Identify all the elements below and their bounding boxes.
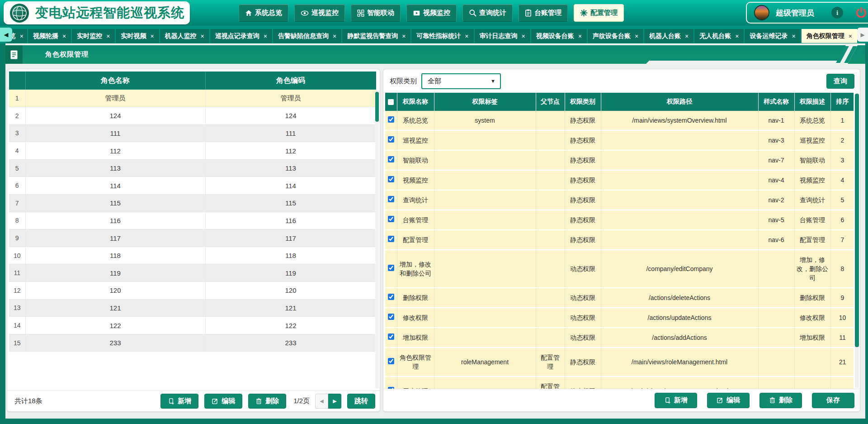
avatar[interactable] <box>754 5 769 20</box>
tab-3[interactable]: 实时监控× <box>72 29 115 43</box>
close-icon[interactable]: × <box>792 33 795 40</box>
close-icon[interactable]: × <box>62 33 66 40</box>
permissions-column-header[interactable]: 父节点 <box>536 93 565 111</box>
tab-4[interactable]: 实时视频× <box>116 29 159 43</box>
permission-edit-button[interactable]: 编辑 <box>707 393 750 408</box>
row-checkbox[interactable] <box>388 136 394 143</box>
tab-14[interactable]: 无人机台账× <box>694 29 744 43</box>
row-checkbox[interactable] <box>388 216 394 222</box>
prev-page-icon[interactable]: ◀ <box>315 394 328 409</box>
role-row-11[interactable]: 11119119 <box>9 264 376 282</box>
jump-page-button[interactable]: 跳转 <box>347 394 375 409</box>
role-row-6[interactable]: 6114114 <box>9 177 376 195</box>
permissions-scrollbar-thumb[interactable] <box>855 94 859 347</box>
permission-delete-button[interactable]: 删除 <box>760 393 802 408</box>
power-icon[interactable] <box>855 6 868 19</box>
permission-row-3[interactable]: 智能联动静态权限nav-7智能联动3 <box>385 150 854 170</box>
nav-button-2[interactable]: 巡视监控 <box>294 4 345 22</box>
permission-row-6[interactable]: 台账管理静态权限nav-5台账管理6 <box>385 210 854 230</box>
close-icon[interactable]: × <box>106 33 110 40</box>
tab-13[interactable]: 机器人台账× <box>644 29 693 43</box>
tab-15[interactable]: 设备运维记录× <box>745 29 800 43</box>
tab-6[interactable]: 巡视点记录查询× <box>210 29 272 43</box>
tab-5[interactable]: 机器人监控× <box>160 29 209 43</box>
role-row-7[interactable]: 7115115 <box>9 195 376 212</box>
permissions-column-header[interactable]: 权限描述 <box>794 93 830 111</box>
roles-column-header[interactable]: 角色名称 <box>25 71 205 90</box>
row-checkbox[interactable] <box>388 196 394 202</box>
role-row-2[interactable]: 2124124 <box>9 107 376 125</box>
roles-column-header[interactable]: 角色编码 <box>205 71 376 90</box>
nav-button-7[interactable]: 配置管理 <box>574 4 624 22</box>
info-icon[interactable]: i <box>831 7 843 19</box>
select-all-checkbox[interactable] <box>385 93 397 111</box>
permission-add-button[interactable]: 新增 <box>655 393 697 408</box>
close-icon[interactable]: × <box>264 33 267 40</box>
permission-row-22[interactable]: 用户管理userManagement配置管理静态权限/main/views/us… <box>385 376 854 389</box>
role-row-15[interactable]: 15233233 <box>9 334 376 352</box>
close-icon[interactable]: × <box>849 33 852 40</box>
nav-button-4[interactable]: 视频监控 <box>406 4 457 22</box>
role-row-10[interactable]: 10118118 <box>9 247 376 264</box>
close-icon[interactable]: × <box>578 33 582 40</box>
row-checkbox[interactable] <box>388 358 394 364</box>
permission-row-7[interactable]: 配置管理静态权限nav-6配置管理7 <box>385 230 854 250</box>
tab-12[interactable]: 声纹设备台账× <box>588 29 643 43</box>
row-checkbox[interactable] <box>388 176 394 182</box>
permission-row-2[interactable]: 巡视监控静态权限nav-3巡视监控2 <box>385 130 854 150</box>
role-row-9[interactable]: 9117117 <box>9 229 376 247</box>
tab-8[interactable]: 静默监视告警查询× <box>342 29 410 43</box>
permissions-column-header[interactable]: 权限名称 <box>397 93 434 111</box>
permissions-column-header[interactable]: 权限路径 <box>601 93 758 111</box>
row-checkbox[interactable] <box>388 236 394 242</box>
roles-scrollbar-thumb[interactable] <box>375 92 379 122</box>
permission-row-8[interactable]: 增加，修改和删除公司动态权限/company/editCompany增加，修改，… <box>385 250 854 288</box>
nav-button-1[interactable]: 系统总览 <box>239 4 288 22</box>
role-delete-button[interactable]: 删除 <box>248 394 286 409</box>
nav-button-3[interactable]: 智能联动 <box>351 4 401 22</box>
permission-row-21[interactable]: 角色权限管理roleManagement配置管理静态权限/main/views/… <box>385 348 854 376</box>
tab-10[interactable]: 审计日志查询× <box>475 29 530 43</box>
permission-row-5[interactable]: 查询统计静态权限nav-2查询统计5 <box>385 190 854 210</box>
permission-row-1[interactable]: 系统总览system静态权限/main/views/systemOverview… <box>385 111 854 130</box>
row-checkbox[interactable] <box>388 156 394 162</box>
nav-button-6[interactable]: 台账管理 <box>519 4 568 22</box>
row-checkbox[interactable] <box>388 314 394 320</box>
permission-row-10[interactable]: 修改权限动态权限/actions/updateActions修改权限10 <box>385 308 854 328</box>
role-row-8[interactable]: 8116116 <box>9 212 376 229</box>
nav-button-5[interactable]: 查询统计 <box>462 4 513 22</box>
tab-scroll-right-icon[interactable]: ▶ <box>857 28 868 42</box>
tab-scroll-left-icon[interactable]: ◀ <box>0 28 12 42</box>
role-row-4[interactable]: 4112112 <box>9 142 376 160</box>
role-row-12[interactable]: 12120120 <box>9 282 376 300</box>
role-add-button[interactable]: 新增 <box>160 394 198 409</box>
role-edit-button[interactable]: 编辑 <box>204 394 242 409</box>
close-icon[interactable]: × <box>685 33 689 40</box>
tab-11[interactable]: 视频设备台账× <box>531 29 587 43</box>
permission-row-11[interactable]: 增加权限动态权限/actions/addActions增加权限11 <box>385 328 854 348</box>
row-checkbox[interactable] <box>388 333 394 340</box>
permissions-column-header[interactable]: 样式名称 <box>758 93 794 111</box>
close-icon[interactable]: × <box>150 33 154 40</box>
permissions-column-header[interactable]: 权限类别 <box>565 93 601 111</box>
row-checkbox[interactable] <box>388 294 394 300</box>
row-checkbox[interactable] <box>388 116 394 123</box>
close-icon[interactable]: × <box>333 33 336 40</box>
tab-7[interactable]: 告警缺陷信息查询× <box>273 29 341 43</box>
close-icon[interactable]: × <box>20 33 24 40</box>
tab-2[interactable]: 视频轮播× <box>28 29 71 43</box>
role-row-14[interactable]: 14122122 <box>9 317 376 334</box>
permission-save-button[interactable]: 保存 <box>812 393 854 408</box>
close-icon[interactable]: × <box>402 33 406 40</box>
next-page-icon[interactable]: ▶ <box>328 394 341 409</box>
role-row-1[interactable]: 1管理员管理员 <box>9 90 376 107</box>
tab-9[interactable]: 可靠性指标统计× <box>411 29 473 43</box>
permissions-column-header[interactable]: 权限标签 <box>434 93 536 111</box>
close-icon[interactable]: × <box>465 33 468 40</box>
role-row-13[interactable]: 13121121 <box>9 299 376 317</box>
role-row-5[interactable]: 5113113 <box>9 159 376 177</box>
role-row-3[interactable]: 3111111 <box>9 124 376 142</box>
row-checkbox[interactable] <box>388 265 394 271</box>
permission-row-4[interactable]: 视频监控静态权限nav-4视频监控4 <box>385 170 854 190</box>
roles-scrollbar-track[interactable] <box>375 91 379 389</box>
